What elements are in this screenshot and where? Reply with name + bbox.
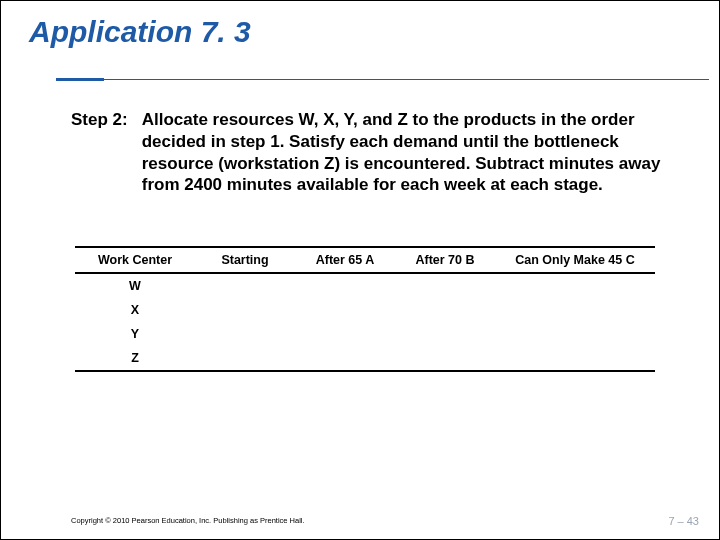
table-header-row: Work Center Starting After 65 A After 70… — [75, 247, 655, 273]
cell-after-a — [295, 322, 395, 346]
body-text: Step 2: Allocate resources W, X, Y, and … — [71, 109, 664, 196]
cell-starting — [195, 322, 295, 346]
cell-wc: W — [75, 273, 195, 298]
cell-starting — [195, 273, 295, 298]
title-rule — [56, 79, 709, 80]
allocation-table-wrap: Work Center Starting After 65 A After 70… — [75, 246, 655, 372]
cell-after-b — [395, 273, 495, 298]
cell-after-a — [295, 273, 395, 298]
cell-after-c — [495, 346, 655, 371]
cell-starting — [195, 346, 295, 371]
table-row: Y — [75, 322, 655, 346]
cell-after-b — [395, 322, 495, 346]
col-header-after-b: After 70 B — [395, 247, 495, 273]
step-block: Step 2: Allocate resources W, X, Y, and … — [71, 109, 664, 196]
slide: Application 7. 3 Step 2: Allocate resour… — [0, 0, 720, 540]
col-header-after-a: After 65 A — [295, 247, 395, 273]
cell-after-b — [395, 298, 495, 322]
cell-after-c — [495, 322, 655, 346]
slide-title: Application 7. 3 — [29, 15, 251, 49]
cell-after-c — [495, 298, 655, 322]
cell-wc: Z — [75, 346, 195, 371]
title-rule-accent — [56, 78, 104, 81]
copyright-text: Copyright © 2010 Pearson Education, Inc.… — [71, 516, 305, 525]
table-row: X — [75, 298, 655, 322]
cell-wc: Y — [75, 322, 195, 346]
col-header-work-center: Work Center — [75, 247, 195, 273]
cell-after-a — [295, 298, 395, 322]
table-row: W — [75, 273, 655, 298]
step-label: Step 2: — [71, 109, 137, 131]
col-header-starting: Starting — [195, 247, 295, 273]
cell-after-a — [295, 346, 395, 371]
cell-wc: X — [75, 298, 195, 322]
table-row: Z — [75, 346, 655, 371]
cell-after-b — [395, 346, 495, 371]
col-header-after-c: Can Only Make 45 C — [495, 247, 655, 273]
cell-after-c — [495, 273, 655, 298]
allocation-table: Work Center Starting After 65 A After 70… — [75, 246, 655, 372]
step-text: Allocate resources W, X, Y, and Z to the… — [142, 109, 663, 196]
page-number: 7 – 43 — [668, 515, 699, 527]
cell-starting — [195, 298, 295, 322]
